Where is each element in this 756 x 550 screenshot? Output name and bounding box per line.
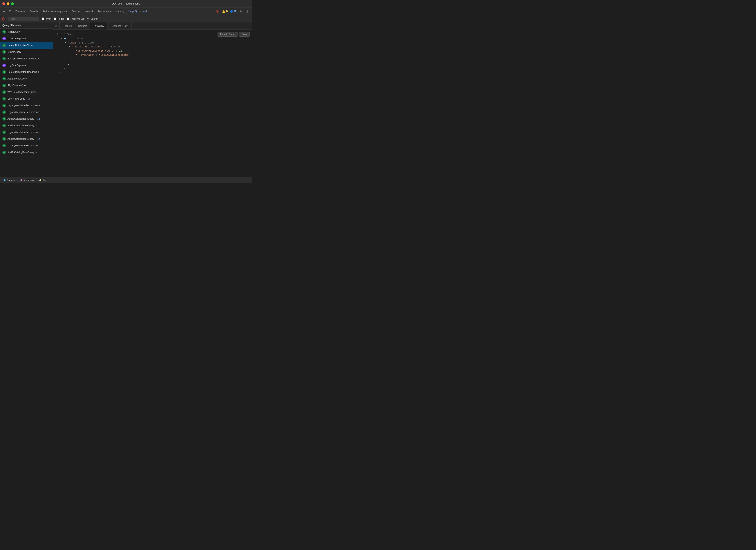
close-button[interactable] — [2, 2, 5, 5]
tab-graphql-network[interactable]: GraphQL Network — [126, 9, 149, 14]
json-line: ▼ "notificationStatus" : { 2 items — [57, 45, 248, 49]
regex-label: Regex — [57, 18, 64, 20]
json-line: } — [57, 57, 248, 61]
query-badge-q: Q — [2, 110, 6, 114]
export-share-button[interactable]: Export / Share — [218, 32, 238, 37]
copy-button[interactable]: Copy — [239, 32, 250, 37]
json-line: } — [57, 65, 248, 70]
typename-key: "__typename" — [76, 53, 95, 57]
tab-network[interactable]: Network — [83, 9, 95, 14]
per-label: Per… — [43, 179, 49, 182]
list-item[interactable]: Q VisitorQuery — [0, 29, 53, 35]
query-badge-m: M — [2, 64, 6, 67]
tab-memory[interactable]: Memory — [114, 9, 126, 14]
query-name: AvatarMenuQuery — [7, 77, 27, 80]
list-item[interactable]: Q AddToCatalogBaseQuery +11 — [0, 122, 53, 129]
tab-request[interactable]: Request — [75, 22, 90, 29]
preserve-log-checkbox[interactable] — [67, 18, 69, 20]
query-name: homepageReadingListWithCat — [7, 57, 40, 60]
query-name: HomeMainContentHeaderQue — [7, 71, 39, 73]
close-panel-button[interactable]: ✕ — [53, 22, 60, 29]
regex-checkbox[interactable] — [54, 18, 56, 20]
tab-performance[interactable]: Performance — [96, 9, 113, 14]
ns-count: 2 items — [110, 45, 121, 49]
tab-elements[interactable]: Elements — [13, 9, 27, 14]
list-item[interactable]: Q LegacyWebInlineRecommende — [0, 109, 53, 116]
list-item[interactable]: Q ViewerQuery — [0, 49, 53, 55]
regex-checkbox-group[interactable]: Regex — [54, 18, 64, 20]
invert-checkbox-group[interactable]: Invert — [42, 18, 51, 20]
list-item[interactable]: Q LegacyWebInlineRecommende — [0, 142, 53, 149]
preserve-log-checkbox-group[interactable]: Preserve Log — [67, 18, 84, 20]
tab-console[interactable]: Console — [28, 9, 40, 14]
filter-input-wrap — [8, 17, 39, 21]
toggle-0[interactable]: ▼ — [61, 37, 63, 40]
bottom-tab-queries[interactable]: Queries — [2, 179, 16, 182]
invert-checkbox[interactable] — [42, 18, 44, 20]
mutations-label: Mutations — [24, 179, 34, 182]
query-name: LegacyWebInlineRecommende — [7, 111, 40, 114]
query-name: LogGateExposure — [7, 64, 27, 67]
query-count: +2 — [27, 98, 30, 100]
tab-response-raw[interactable]: Response (Raw) — [107, 22, 132, 29]
device-icon[interactable]: ⧉ — [7, 9, 13, 14]
minimize-button[interactable] — [7, 2, 9, 5]
query-badge-q: Q — [2, 30, 6, 34]
query-badge-q: Q — [2, 77, 6, 81]
list-item[interactable]: Q AddToCatalogBaseQuery +12 — [0, 116, 53, 122]
more-options-icon[interactable]: ⋮ — [245, 9, 250, 14]
toggle-data[interactable]: ▼ — [65, 41, 67, 44]
list-item[interactable]: M LogGateExposure — [0, 35, 53, 42]
search-label: Search — [91, 18, 98, 20]
settings-icon[interactable]: ⚙ — [238, 9, 243, 14]
query-count: +12 — [36, 138, 40, 140]
inspect-icon[interactable]: ⊕ — [2, 9, 7, 14]
index-0-count: 1 item — [73, 37, 83, 41]
list-item[interactable]: Q RightSidebarQuery — [0, 82, 53, 89]
list-item[interactable]: Q UserViewerEdge +2 — [0, 95, 53, 102]
typename-value: "NotificationStatus" — [99, 53, 130, 57]
left-panel: Query / Mutation Q VisitorQuery M LogGat… — [0, 22, 53, 177]
tab-performance-insights[interactable]: Performance insights ✦ — [41, 9, 69, 14]
query-badge-m: M — [2, 37, 6, 40]
data-count: 1 item — [85, 41, 94, 45]
left-panel-header: Query / Mutation — [0, 22, 53, 29]
tab-response[interactable]: Response — [90, 22, 107, 29]
list-item[interactable]: Q LegacyWebInlineRecommende — [0, 102, 53, 109]
search-button[interactable]: 🔍 Search — [87, 18, 98, 20]
queries-dot — [4, 179, 6, 181]
list-item-active[interactable]: Q UnreadNotificationCount — [0, 42, 53, 49]
filter-clear-button[interactable]: 🚫 — [2, 17, 6, 21]
bottom-tab-per[interactable]: Per… — [38, 179, 50, 182]
response-toolbar: Export / Share Copy — [218, 32, 250, 37]
tab-more[interactable]: » — [150, 9, 155, 14]
json-line: ▼ 0 : { 1 item — [57, 37, 248, 41]
filter-input[interactable] — [10, 18, 38, 20]
query-name: AddToCatalogBaseQuery — [7, 118, 34, 120]
list-item[interactable]: Q HomeMainContentHeaderQue — [0, 69, 53, 75]
filter-bar: 🚫 Invert Regex Preserve Log 🔍 Search — [0, 15, 252, 22]
mutations-dot — [20, 179, 22, 181]
query-badge-q: Q — [2, 117, 6, 121]
list-item[interactable]: Q AddToCatalogBaseQuery +12 — [0, 136, 53, 142]
list-item[interactable]: M LogGateExposure — [0, 62, 53, 69]
json-tree: ▼ [ 1 item ▼ 0 : { 1 item ▼ "data" : { 1… — [57, 33, 248, 74]
list-item[interactable]: Q homepageReadingListWithCat — [0, 55, 53, 62]
tab-sources[interactable]: Sources — [70, 9, 82, 14]
list-item[interactable]: Q WhoToFollowModuleQuery — [0, 89, 53, 95]
query-name: LogGateExposure — [7, 37, 27, 40]
list-item[interactable]: Q AddToCatalogBaseQuery +11 — [0, 149, 53, 156]
json-line: ▼ "data" : { 1 item — [57, 41, 248, 45]
maximize-button[interactable] — [11, 2, 14, 5]
toggle-root[interactable]: ▼ — [57, 33, 59, 36]
tab-headers[interactable]: Headers — [60, 22, 75, 29]
query-badge-q: Q — [2, 84, 6, 87]
toggle-ns[interactable]: ▼ — [69, 45, 71, 48]
query-count: +11 — [36, 151, 40, 154]
list-item[interactable]: Q AvatarMenuQuery — [0, 75, 53, 82]
list-item[interactable]: Q LegacyWebInlineRecommende — [0, 129, 53, 136]
query-list: Q VisitorQuery M LogGateExposure Q Unrea… — [0, 29, 53, 177]
query-name: VisitorQuery — [7, 31, 20, 33]
query-name: RightSidebarQuery — [7, 84, 28, 87]
bottom-tab-mutations[interactable]: Mutations — [19, 179, 35, 182]
